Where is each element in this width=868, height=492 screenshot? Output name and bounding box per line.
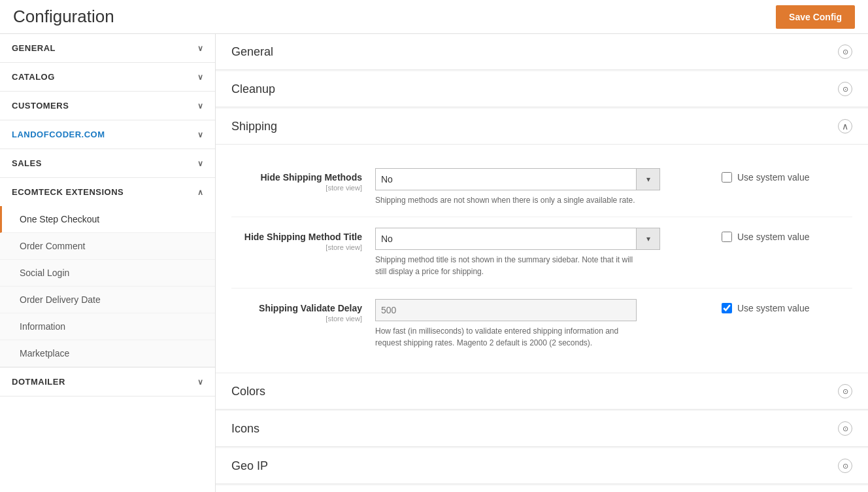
chevron-up-icon [197,188,204,197]
form-row-hide-shipping-method-title: Hide Shipping Method Title [store view] … [231,217,852,289]
sidebar-item-catalog-label: CATALOG [12,72,55,82]
section-geo-ip: Geo IP ⊙ [216,448,868,484]
sidebar-item-general: GENERAL [0,34,215,63]
sidebar-item-dotmailer-label: DOTMAILER [12,377,65,387]
system-value-label-1: Use system value [737,232,809,242]
select-wrapper-hide-shipping-methods: No Yes ▾ [375,168,709,190]
main-content: General ⊙ Cleanup ⊙ Shipping [216,34,868,492]
section-colors-title: Colors [231,385,265,398]
sidebar-item-catalog-header[interactable]: CATALOG [0,63,215,91]
system-value-label-2: Use system value [737,303,809,313]
section-shipping-toggle[interactable]: ∧ [838,119,852,133]
collapse-icon: ⊙ [843,425,848,433]
field-help-hide-method-title: Shipping method title is not shown in th… [375,254,637,277]
sidebar-sub-item-social-login[interactable]: Social Login [0,260,215,287]
field-label-hide-shipping-method-title: Hide Shipping Method Title [231,232,362,242]
chevron-down-icon [197,378,204,387]
section-cleanup-title: Cleanup [231,82,275,96]
sidebar-item-ecomteck: ECOMTECK EXTENSIONS One Step Checkout Or… [0,178,215,368]
section-geo-ip-title: Geo IP [231,459,268,473]
section-icons: Icons ⊙ [216,411,868,447]
field-help-hide-shipping-methods: Shipping methods are not shown when ther… [375,194,637,206]
field-help-shipping-validate-delay: How fast (in milliseconds) to validate e… [375,325,637,349]
system-value-label-0: Use system value [737,172,809,183]
section-cleanup-header[interactable]: Cleanup ⊙ [216,71,868,107]
sidebar-item-sales-label: SALES [12,158,42,168]
collapse-icon: ⊙ [843,387,848,396]
collapse-icon: ⊙ [843,85,848,94]
field-store-view-1: [store view] [231,243,362,251]
input-shipping-validate-delay[interactable] [375,299,637,321]
sidebar-item-sales: SALES [0,149,215,178]
field-label-shipping-validate-delay: Shipping Validate Delay [231,303,362,313]
checkbox-use-system-value-1[interactable] [722,232,732,242]
collapse-icon: ⊙ [843,462,848,470]
chevron-down-icon: ▾ [646,175,650,184]
sidebar-sub-item-marketplace[interactable]: Marketplace [0,340,215,367]
select-wrapper-hide-method-title: No Yes ▾ [375,228,709,250]
section-shipping-header[interactable]: Shipping ∧ [216,109,868,145]
section-cleanup: Cleanup ⊙ [216,71,868,107]
section-colors: Colors ⊙ [216,374,868,410]
section-colors-toggle[interactable]: ⊙ [838,384,852,398]
collapse-icon: ∧ [842,121,848,132]
sidebar-item-general-label: GENERAL [12,43,56,53]
save-config-button[interactable]: Save Config [776,5,855,29]
field-store-view-0: [store view] [231,184,362,192]
collapse-icon: ⊙ [843,48,848,56]
sidebar-item-landofcoder-header[interactable]: LANDOFCODER.COM [0,120,215,149]
section-general-header[interactable]: General ⊙ [216,34,868,70]
section-shipping: Shipping ∧ Hide Shipping Methods [store … [216,109,868,372]
section-shipping-title: Shipping [231,120,277,133]
section-cleanup-toggle[interactable]: ⊙ [838,82,852,96]
field-label-hide-shipping-methods: Hide Shipping Methods [231,172,362,183]
chevron-down-icon [197,44,204,53]
sidebar-item-catalog: CATALOG [0,63,215,92]
section-geo-ip-toggle[interactable]: ⊙ [838,459,852,473]
sidebar-item-ecomteck-label: ECOMTECK EXTENSIONS [12,187,124,197]
select-arrow-hide-method-title[interactable]: ▾ [637,228,660,250]
chevron-down-icon [197,130,204,139]
sidebar-sub-items-ecomteck: One Step Checkout Order Comment Social L… [0,206,215,367]
section-term-conditions-header[interactable]: Term and Conditions ⊙ [216,485,868,492]
sidebar-sub-item-order-comment[interactable]: Order Comment [0,233,215,260]
section-general: General ⊙ [216,34,868,70]
select-hide-shipping-methods[interactable]: No Yes [375,168,637,190]
section-term-conditions: Term and Conditions ⊙ [216,485,868,492]
checkbox-use-system-value-2[interactable] [722,303,732,313]
sidebar-item-dotmailer-header[interactable]: DOTMAILER [0,368,215,396]
sidebar-item-customers-label: CUSTOMERS [12,101,69,111]
sidebar-item-customers: CUSTOMERS [0,92,215,120]
sidebar-sub-item-one-step-checkout[interactable]: One Step Checkout [0,206,215,233]
chevron-down-icon: ▾ [646,234,650,243]
chevron-down-icon [197,159,204,168]
section-icons-toggle[interactable]: ⊙ [838,421,852,436]
section-icons-header[interactable]: Icons ⊙ [216,411,868,447]
chevron-down-icon [197,73,204,82]
section-icons-title: Icons [231,422,259,436]
section-shipping-content: Hide Shipping Methods [store view] No Ye… [216,145,868,372]
select-hide-shipping-method-title[interactable]: No Yes [375,228,637,250]
page-title: Configuration [13,7,114,27]
sidebar-item-landofcoder: LANDOFCODER.COM [0,120,215,149]
select-arrow-hide-shipping-methods[interactable]: ▾ [637,168,660,190]
section-general-toggle[interactable]: ⊙ [838,44,852,59]
field-store-view-2: [store view] [231,315,362,323]
section-geo-ip-header[interactable]: Geo IP ⊙ [216,448,868,484]
checkbox-use-system-value-0[interactable] [722,172,732,183]
sidebar-sub-item-order-delivery-date[interactable]: Order Delivery Date [0,287,215,313]
sidebar-item-customers-header[interactable]: CUSTOMERS [0,92,215,120]
section-general-title: General [231,45,273,59]
sidebar: GENERAL CATALOG CUSTOMERS [0,34,216,492]
sidebar-item-ecomteck-header[interactable]: ECOMTECK EXTENSIONS [0,178,215,206]
chevron-down-icon [197,101,204,111]
sidebar-item-general-header[interactable]: GENERAL [0,34,215,62]
form-row-hide-shipping-methods: Hide Shipping Methods [store view] No Ye… [231,158,852,217]
section-colors-header[interactable]: Colors ⊙ [216,374,868,410]
sidebar-sub-item-information[interactable]: Information [0,313,215,340]
form-row-shipping-validate-delay: Shipping Validate Delay [store view] How… [231,289,852,359]
sidebar-item-landofcoder-label: LANDOFCODER.COM [12,130,105,139]
sidebar-item-sales-header[interactable]: SALES [0,149,215,177]
sidebar-item-dotmailer: DOTMAILER [0,368,215,396]
